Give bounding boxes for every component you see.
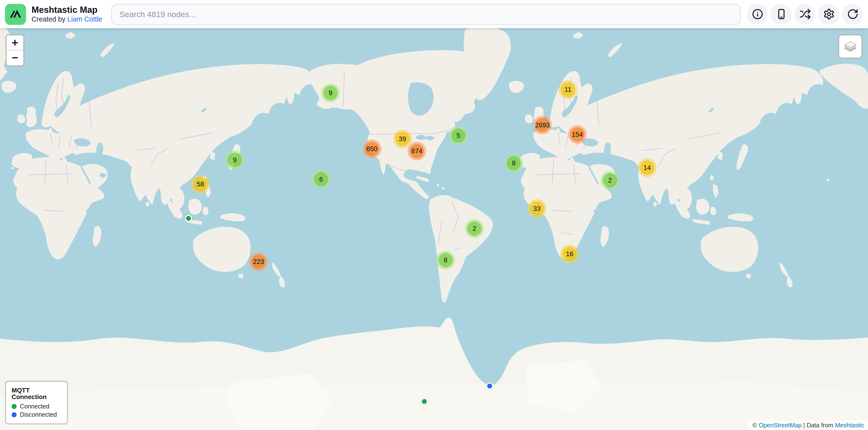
cluster-count: 223 [253, 258, 264, 266]
legend-item: Connected [11, 403, 62, 409]
cluster-count: 8 [444, 256, 447, 264]
cluster-count: 39 [399, 135, 406, 143]
settings-button[interactable] [818, 4, 839, 25]
meshtastic-map-app: 911269315439565087498142658332168223 Mes… [0, 0, 868, 430]
cluster-marker[interactable]: 11 [558, 80, 578, 99]
smartphone-icon [775, 8, 787, 20]
cluster-count: 8 [512, 159, 516, 167]
attribution-middle: | Data from [802, 422, 835, 428]
page-title: Meshtastic Map [31, 5, 102, 15]
cluster-count: 650 [366, 145, 378, 153]
cluster-marker[interactable]: 223 [249, 252, 268, 271]
legend-label: Disconnected [20, 411, 57, 418]
legend-items: ConnectedDisconnected [11, 403, 62, 418]
cluster-count: 33 [533, 205, 541, 212]
cluster-count: 2693 [535, 121, 550, 129]
shuffle-icon [799, 8, 811, 20]
search-input[interactable] [111, 4, 741, 25]
settings-icon [823, 8, 835, 20]
cluster-count: 9 [329, 89, 332, 97]
meshtastic-logo-icon [8, 7, 23, 21]
info-button[interactable] [747, 4, 768, 25]
cluster-count: 16 [566, 250, 574, 258]
osm-link[interactable]: OpenStreetMap [758, 422, 802, 428]
shuffle-button[interactable] [795, 4, 815, 25]
title-block: Meshtastic Map Created by Liam Cottle [31, 5, 102, 24]
cluster-marker[interactable]: 8 [436, 251, 455, 269]
cluster-count: 2 [608, 176, 612, 184]
cluster-count: 14 [644, 164, 651, 172]
cluster-marker[interactable]: 2 [600, 171, 620, 190]
legend-item: Disconnected [11, 411, 62, 418]
zoom-in-button[interactable]: + [6, 35, 23, 51]
cluster-marker[interactable]: 2693 [533, 116, 552, 135]
cluster-count: 154 [572, 131, 583, 138]
zoom-out-button[interactable]: − [6, 51, 23, 65]
legend-label: Connected [20, 403, 50, 409]
cluster-count: 5 [457, 132, 460, 139]
author-link[interactable]: Liam Cottle [67, 15, 102, 23]
legend-title: MQTT Connection [11, 387, 62, 400]
cluster-marker[interactable]: 9 [225, 151, 244, 169]
cluster-marker[interactable]: 9 [321, 84, 340, 102]
cluster-count: 58 [197, 180, 204, 188]
byline-prefix: Created by [31, 15, 67, 23]
app-header: Meshtastic Map Created by Liam Cottle [0, 0, 868, 28]
cluster-marker[interactable]: 6 [312, 170, 331, 189]
refresh-button[interactable] [842, 4, 863, 25]
cluster-count: 874 [411, 147, 423, 155]
cluster-count: 2 [472, 225, 476, 232]
cluster-marker[interactable]: 154 [568, 125, 587, 144]
cluster-marker[interactable]: 5 [449, 126, 468, 145]
cluster-marker[interactable]: 33 [527, 199, 547, 218]
layers-icon [843, 39, 857, 54]
meshtastic-link[interactable]: Meshtastic [835, 422, 864, 428]
byline: Created by Liam Cottle [31, 15, 102, 24]
cluster-marker[interactable]: 14 [638, 158, 657, 177]
layers-control[interactable] [838, 34, 863, 59]
cluster-marker[interactable]: 58 [191, 175, 210, 194]
legend-dot [11, 412, 17, 417]
map-canvas[interactable]: 911269315439565087498142658332168223 [0, 0, 868, 430]
cluster-count: 6 [319, 175, 323, 183]
cluster-marker[interactable]: 16 [560, 244, 579, 263]
mobile-app-button[interactable] [771, 4, 792, 25]
attribution-copyright: © [752, 422, 759, 428]
cluster-marker[interactable]: 2 [465, 219, 484, 238]
legend-dot [11, 404, 17, 409]
info-icon [751, 8, 763, 20]
meshtastic-logo [5, 4, 26, 25]
cluster-marker[interactable]: 650 [363, 139, 381, 158]
cluster-count: 11 [564, 86, 571, 94]
attribution: © OpenStreetMap | Data from Meshtastic [749, 421, 868, 430]
refresh-icon [847, 8, 858, 20]
zoom-control: + − [6, 34, 25, 67]
cluster-marker[interactable]: 8 [504, 154, 523, 173]
mqtt-legend: MQTT Connection ConnectedDisconnected [5, 381, 68, 425]
cluster-marker[interactable]: 874 [407, 142, 426, 161]
world-map [0, 0, 868, 430]
cluster-count: 9 [233, 156, 237, 164]
